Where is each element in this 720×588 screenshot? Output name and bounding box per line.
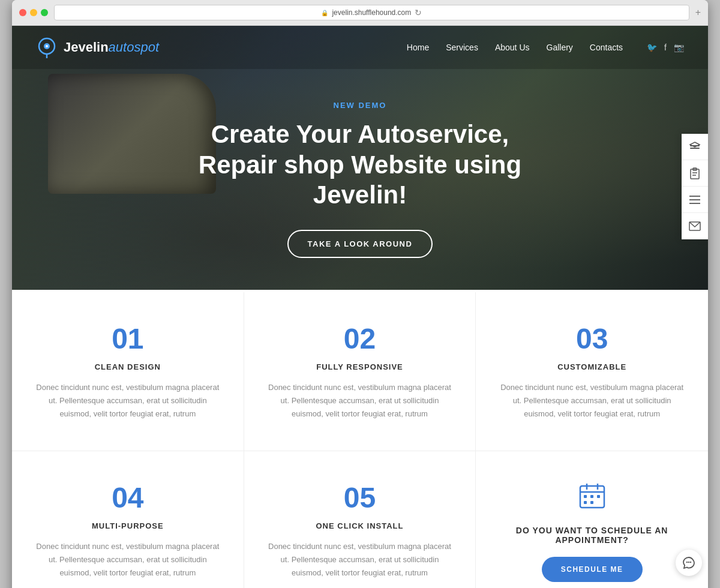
instagram-link[interactable]: 📷 bbox=[674, 43, 684, 52]
feature-title-1: CLEAN DESIGN bbox=[36, 362, 220, 371]
toolbar-mail[interactable] bbox=[682, 213, 708, 239]
side-toolbar bbox=[682, 134, 708, 239]
layers-icon bbox=[689, 141, 701, 153]
browser-toolbar: 🔒 jevelin.shufflehound.com ↻ + bbox=[12, 0, 708, 26]
browser-dots bbox=[19, 9, 48, 16]
website-content: Jevelinautospot Home Services About Us G… bbox=[12, 26, 708, 588]
nav-contacts[interactable]: Contacts bbox=[590, 43, 623, 52]
toolbar-clipboard[interactable] bbox=[682, 160, 708, 187]
facebook-link[interactable]: f bbox=[664, 43, 667, 52]
feature-desc-5: Donec tincidunt nunc est, vestibulum mag… bbox=[268, 540, 452, 580]
maximize-dot[interactable] bbox=[41, 9, 48, 16]
feature-title-2: FULLY RESPONSIVE bbox=[268, 362, 452, 371]
hero-cta-button[interactable]: TAKE A LOOK AROUND bbox=[287, 230, 433, 258]
features-row2: 04 MULTI-PURPOSE Donec tincidunt nunc es… bbox=[12, 451, 708, 588]
hero-title: Create Your Autoservice, Repair shop Web… bbox=[180, 119, 540, 210]
feature-desc-4: Donec tincidunt nunc est, vestibulum mag… bbox=[36, 540, 220, 580]
toolbar-layers[interactable] bbox=[682, 134, 708, 160]
lock-icon: 🔒 bbox=[321, 10, 328, 16]
feature-title-5: ONE CLICK INSTALL bbox=[268, 521, 452, 530]
svg-rect-21 bbox=[590, 501, 593, 504]
chat-icon bbox=[682, 556, 695, 569]
logo-text: Jevelinautospot bbox=[64, 40, 159, 55]
nav-social: 🐦 f 📷 bbox=[647, 43, 684, 52]
feature-card-2: 02 FULLY RESPONSIVE Donec tincidunt nunc… bbox=[244, 292, 476, 451]
hero-section: Jevelinautospot Home Services About Us G… bbox=[12, 26, 708, 290]
feature-number-4: 04 bbox=[36, 481, 220, 514]
feature-card-3: 03 CUSTOMIZABLE Donec tincidunt nunc est… bbox=[476, 292, 708, 451]
feature-title-3: CUSTOMIZABLE bbox=[500, 362, 684, 371]
minimize-dot[interactable] bbox=[30, 9, 37, 16]
feature-title-4: MULTI-PURPOSE bbox=[36, 521, 220, 530]
toolbar-menu[interactable] bbox=[682, 187, 708, 213]
calendar-icon bbox=[500, 481, 684, 516]
nav-services[interactable]: Services bbox=[446, 43, 478, 52]
clipboard-icon bbox=[689, 167, 700, 179]
nav-about[interactable]: About Us bbox=[495, 43, 530, 52]
logo-icon bbox=[36, 37, 58, 58]
mail-icon bbox=[689, 221, 701, 231]
feature-desc-3: Donec tincidunt nunc est, vestibulum mag… bbox=[500, 381, 684, 421]
feature-number-2: 02 bbox=[268, 322, 452, 355]
feature-card-1: 01 CLEAN DESIGN Donec tincidunt nunc est… bbox=[12, 292, 244, 451]
navbar: Jevelinautospot Home Services About Us G… bbox=[12, 26, 708, 69]
feature-card-4: 04 MULTI-PURPOSE Donec tincidunt nunc es… bbox=[12, 451, 244, 588]
svg-point-23 bbox=[688, 562, 689, 563]
svg-point-24 bbox=[690, 562, 691, 563]
new-tab-button[interactable]: + bbox=[695, 7, 701, 18]
feature-number-5: 05 bbox=[268, 481, 452, 514]
hero-tag: NEW DEMO bbox=[334, 101, 387, 110]
svg-rect-19 bbox=[597, 495, 600, 498]
feature-number-1: 01 bbox=[36, 322, 220, 355]
nav-gallery[interactable]: Gallery bbox=[547, 43, 573, 52]
cta-title: DO YOU WANT TO SCHEDULE AN APPOINTMENT? bbox=[500, 526, 684, 545]
svg-rect-18 bbox=[590, 495, 593, 498]
features-row1: 01 CLEAN DESIGN Donec tincidunt nunc est… bbox=[12, 290, 708, 451]
features-section: 01 CLEAN DESIGN Donec tincidunt nunc est… bbox=[12, 290, 708, 588]
nav-home[interactable]: Home bbox=[407, 43, 429, 52]
feature-card-5: 05 ONE CLICK INSTALL Donec tincidunt nun… bbox=[244, 451, 476, 588]
svg-point-2 bbox=[46, 45, 48, 47]
nav-links: Home Services About Us Gallery Contacts … bbox=[407, 43, 684, 52]
browser-window: 🔒 jevelin.shufflehound.com ↻ + bbox=[12, 0, 708, 588]
chat-bubble[interactable] bbox=[676, 550, 702, 576]
svg-point-22 bbox=[686, 562, 688, 563]
feature-desc-2: Donec tincidunt nunc est, vestibulum mag… bbox=[268, 381, 452, 421]
svg-rect-4 bbox=[690, 148, 700, 149]
svg-rect-20 bbox=[584, 501, 587, 504]
svg-rect-17 bbox=[584, 495, 587, 498]
feature-cta: DO YOU WANT TO SCHEDULE AN APPOINTMENT? … bbox=[476, 451, 708, 588]
close-dot[interactable] bbox=[19, 9, 26, 16]
feature-number-3: 03 bbox=[500, 322, 684, 355]
calendar-svg bbox=[578, 481, 607, 510]
schedule-button[interactable]: SCHEDULE ME bbox=[542, 557, 643, 582]
logo[interactable]: Jevelinautospot bbox=[36, 37, 159, 58]
address-bar[interactable]: 🔒 jevelin.shufflehound.com ↻ bbox=[54, 5, 689, 20]
refresh-icon[interactable]: ↻ bbox=[415, 8, 422, 17]
feature-desc-1: Donec tincidunt nunc est, vestibulum mag… bbox=[36, 381, 220, 421]
twitter-link[interactable]: 🐦 bbox=[647, 43, 657, 52]
url-text: jevelin.shufflehound.com bbox=[332, 8, 411, 17]
hero-content: NEW DEMO Create Your Autoservice, Repair… bbox=[12, 69, 708, 290]
menu-icon bbox=[689, 195, 701, 205]
